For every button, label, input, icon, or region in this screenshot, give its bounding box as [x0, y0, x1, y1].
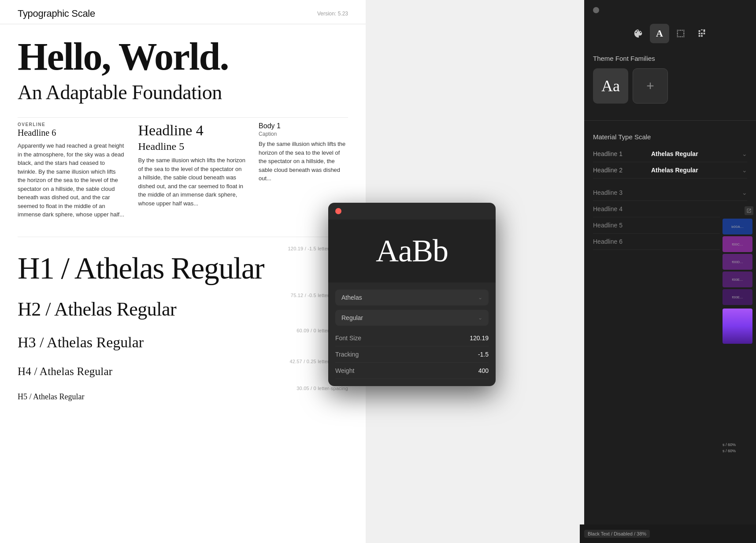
body1-label: Body 1 — [259, 122, 348, 130]
column-2: Headline 4 Headline 5 By the same illusi… — [138, 122, 246, 219]
color-chip-2[interactable]: f00C... — [723, 236, 752, 252]
font-families-title: Theme Font Families — [593, 55, 747, 62]
hero-title: Hello, World. — [18, 37, 348, 76]
gradient-color-chip[interactable] — [723, 309, 752, 344]
style-select[interactable]: Regular ⌄ — [335, 310, 489, 326]
popup-close-button[interactable] — [335, 208, 341, 214]
color-chip-2-label: f00C... — [732, 242, 743, 246]
type-scale-label-h5: Headline 5 — [593, 222, 738, 229]
headline-5-text: Headline 5 — [138, 141, 246, 152]
font-select[interactable]: Athelas ⌄ — [335, 290, 489, 305]
color-chip-4-label: f00E... — [732, 278, 743, 282]
palette-icon — [634, 29, 643, 38]
disabled-pct-label: s / 60% — [723, 443, 753, 447]
panel-header — [584, 0, 756, 20]
canvas-header: Typographic Scale Version: 5.23 — [0, 0, 366, 24]
external-link-icon[interactable] — [745, 206, 753, 215]
type-scale-value-h1: Athelas Regular — [651, 150, 738, 157]
disabled-38-label: s / 60% — [723, 449, 753, 453]
percentage-chips: s / 60% s / 60% — [723, 439, 753, 455]
popup-preview: AaBb — [328, 219, 496, 283]
main-canvas: Typographic Scale Version: 5.23 Hello, W… — [0, 0, 366, 543]
caption-label: Caption — [259, 131, 348, 137]
weight-row: Weight 400 — [335, 363, 489, 379]
type-scale-label-h3: Headline 3 — [593, 189, 738, 196]
bottom-info-bar: Black Text / Disabled / 38% — [580, 524, 756, 543]
col1-body: Apparently we had reached a great height… — [18, 141, 125, 219]
border-tool-button[interactable] — [671, 24, 690, 43]
type-scale-row-h1[interactable]: Headline 1 Athelas Regular ⌄ — [593, 146, 747, 162]
type-scale-row-h2[interactable]: Headline 2 Athelas Regular ⌄ — [593, 162, 747, 179]
h2-meta: 75.12 / -0.5 letter-spacing — [18, 293, 348, 298]
h4-text: H4 / Athelas Regular — [18, 366, 348, 377]
add-font-card[interactable]: + — [633, 68, 668, 104]
h5-meta: 30.05 / 0 letter-spacing — [18, 386, 348, 391]
font-select-value: Athelas — [341, 294, 362, 301]
font-size-row: Font Size 120.19 — [335, 330, 489, 346]
type-scale-label-h1: Headline 1 — [593, 150, 651, 157]
scale-row-h1: 120.19 / -1.5 letter-spacing H1 / Athela… — [18, 246, 348, 284]
style-select-value: Regular — [341, 314, 363, 321]
scale-section: 120.19 / -1.5 letter-spacing H1 / Athela… — [18, 237, 348, 401]
col2-body: By the same illusion which lifts the hor… — [138, 156, 246, 208]
panel-font-families: Theme Font Families Aa + — [584, 48, 756, 119]
border-icon — [676, 29, 686, 38]
material-scale-title: Material Type Scale — [593, 133, 747, 141]
preview-text: AaBb — [337, 233, 487, 269]
canvas-body: Hello, World. An Adaptable Foundation OV… — [0, 24, 366, 423]
version-label: Version: 5.23 — [317, 11, 348, 17]
tracking-value: -1.5 — [478, 351, 489, 358]
font-select-chevron: ⌄ — [478, 294, 482, 301]
scale-row-h2: 75.12 / -0.5 letter-spacing H2 / Athelas… — [18, 293, 348, 319]
grid-tool-button[interactable] — [692, 24, 712, 43]
font-families-grid: Aa + — [593, 68, 747, 104]
tracking-row: Tracking -1.5 — [335, 346, 489, 363]
h3-meta: 60.09 / 0 letter-spacing — [18, 328, 348, 333]
font-detail-popup: AaBb Athelas ⌄ Regular ⌄ Font Size 120.1… — [328, 203, 496, 386]
type-scale-row-h3[interactable]: Headline 3 ⌄ — [593, 185, 747, 201]
type-scale-label-h6: Headline 6 — [593, 238, 738, 245]
font-size-value: 120.19 — [470, 335, 489, 342]
col3-body: By the same illusion which lifts the hor… — [259, 140, 348, 183]
tracking-label: Tracking — [335, 351, 359, 358]
type-tool-button[interactable]: A — [650, 24, 669, 43]
h5-text: H5 / Athelas Regular — [18, 393, 348, 401]
palette-tool-button[interactable] — [629, 24, 648, 43]
panel-toolbar: A — [584, 20, 756, 48]
headline-4-text: Headline 4 — [138, 122, 246, 139]
scale-row-h5: 30.05 / 0 letter-spacing H5 / Athelas Re… — [18, 386, 348, 401]
color-chip-3[interactable]: f00D... — [723, 254, 752, 270]
scale-row-h3: 60.09 / 0 letter-spacing H3 / Athelas Re… — [18, 328, 348, 350]
headline-6-text: Headline 6 — [18, 128, 125, 138]
type-scale-label-h4: Headline 4 — [593, 205, 738, 212]
color-chip-5[interactable]: f00E... — [723, 289, 752, 305]
traffic-light-close[interactable] — [593, 7, 599, 13]
chevron-down-icon-h3: ⌄ — [742, 189, 747, 196]
h2-text: H2 / Athelas Regular — [18, 300, 348, 319]
grid-icon — [697, 29, 707, 38]
color-chip-3-label: f00D... — [732, 260, 743, 264]
h1-meta: 120.19 / -1.5 letter-spacing — [18, 246, 348, 251]
weight-value: 400 — [478, 367, 489, 374]
link-icon — [746, 208, 752, 213]
color-chip-4[interactable]: f00E... — [723, 272, 752, 287]
popup-header — [328, 203, 496, 219]
divider-1 — [584, 120, 756, 121]
h4-meta: 42.57 / 0.25 letter-spacing — [18, 359, 348, 364]
overline-label: OVERLINE — [18, 122, 125, 127]
color-strip: b00A... f00C... f00D... f00E... f00E... … — [720, 203, 756, 458]
bottom-chip-1: Black Text / Disabled / 38% — [584, 530, 650, 538]
hero-subtitle: An Adaptable Foundation — [18, 81, 348, 104]
font-sample-card[interactable]: Aa — [593, 68, 628, 104]
panel-material-scale: Material Type Scale Headline 1 Athelas R… — [584, 127, 756, 185]
chevron-down-icon-h2: ⌄ — [742, 167, 747, 174]
scale-row-h4: 42.57 / 0.25 letter-spacing H4 / Athelas… — [18, 359, 348, 377]
columns-section: OVERLINE Headline 6 Apparently we had re… — [18, 117, 348, 219]
column-1: OVERLINE Headline 6 Apparently we had re… — [18, 122, 125, 219]
font-size-label: Font Size — [335, 335, 361, 342]
type-scale-value-h2: Athelas Regular — [651, 167, 738, 174]
color-chip-1-label: b00A... — [731, 225, 743, 229]
weight-label: Weight — [335, 367, 354, 374]
style-select-chevron: ⌄ — [478, 315, 482, 321]
color-chip-1[interactable]: b00A... — [723, 219, 752, 234]
